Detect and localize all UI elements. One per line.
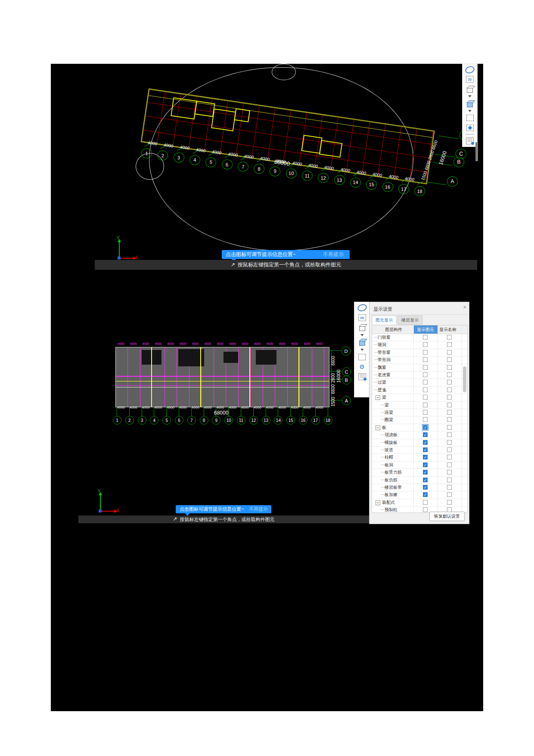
collapse-toggle-icon[interactable] [376, 500, 380, 505]
axis-number-bubble[interactable]: 3 [138, 416, 146, 425]
scrollbar-thumb[interactable] [475, 142, 478, 161]
show-element-checkbox[interactable] [423, 357, 428, 362]
show-name-checkbox[interactable] [447, 387, 452, 392]
show-element-checkbox[interactable] [423, 403, 428, 407]
axis-letter-bubble[interactable]: A [342, 396, 351, 405]
collapse-toggle-icon[interactable] [376, 425, 380, 430]
axis-number-bubble[interactable]: 9 [212, 416, 220, 425]
axis-number-bubble[interactable]: 15 [366, 180, 377, 190]
axis-number-bubble[interactable]: 18 [324, 416, 332, 425]
show-name-checkbox[interactable] [447, 380, 452, 384]
show-name-checkbox[interactable] [447, 478, 452, 482]
axis-number-bubble[interactable]: 18 [414, 186, 425, 196]
selection-box-icon[interactable] [465, 114, 475, 122]
axis-number-bubble[interactable]: 11 [302, 171, 313, 181]
display-settings-doc-icon[interactable] [357, 373, 367, 381]
table-row[interactable]: 现浇板✓ [372, 431, 467, 439]
tooltip-dismiss-link[interactable]: 不再提示 [249, 506, 271, 512]
axis-number-bubble[interactable]: 4 [189, 155, 200, 165]
axis-number-bubble[interactable]: 16 [299, 416, 307, 425]
axis-number-bubble[interactable]: 14 [350, 178, 361, 187]
show-element-checkbox[interactable] [423, 365, 428, 370]
display-settings-doc-icon[interactable] [465, 137, 475, 145]
show-name-checkbox[interactable] [447, 417, 452, 422]
show-name-checkbox[interactable] [447, 372, 452, 377]
cube-solid-icon[interactable] [357, 338, 367, 346]
axis-number-bubble[interactable]: 15 [286, 416, 295, 425]
axis-number-bubble[interactable]: 14 [274, 416, 283, 425]
selection-box-icon[interactable] [357, 353, 367, 361]
axis-number-bubble[interactable]: 16 [382, 182, 393, 192]
table-row[interactable]: 板负筋✓ [372, 476, 467, 484]
show-element-checkbox[interactable] [423, 500, 428, 505]
table-row[interactable]: 老虎窗 [372, 371, 467, 379]
table-row[interactable]: 柱帽✓ [372, 453, 467, 461]
axis-number-bubble[interactable]: 7 [187, 416, 196, 425]
axis-number-bubble[interactable]: 17 [311, 416, 320, 425]
show-name-checkbox[interactable] [447, 485, 452, 490]
2d-view-icon[interactable]: 2D [357, 314, 367, 322]
show-element-checkbox[interactable]: ✓ [423, 462, 428, 467]
show-element-checkbox[interactable]: ✓ [423, 440, 428, 445]
axis-number-bubble[interactable]: 3 [174, 153, 184, 162]
table-row[interactable]: 梁 [372, 394, 467, 401]
table-row[interactable]: 装配式 [372, 499, 467, 506]
axis-number-bubble[interactable]: 5 [205, 157, 216, 167]
table-row[interactable]: 板✓ [372, 424, 467, 431]
axis-letter-bubble[interactable]: B [453, 157, 464, 167]
show-name-checkbox[interactable] [447, 440, 452, 445]
show-element-checkbox[interactable] [423, 380, 428, 384]
table-row[interactable]: 壁龛 [372, 386, 467, 394]
axis-number-bubble[interactable]: 12 [249, 416, 258, 425]
axis-number-bubble[interactable]: 7 [238, 162, 248, 172]
show-name-checkbox[interactable] [447, 500, 452, 505]
show-element-checkbox[interactable] [423, 395, 428, 400]
show-element-checkbox[interactable]: ✓ [423, 455, 428, 459]
cube-wireframe-icon[interactable] [465, 85, 475, 93]
show-element-checkbox[interactable]: ✓ [423, 492, 428, 497]
show-name-checkbox[interactable] [447, 365, 452, 370]
show-element-checkbox[interactable]: ✓ [423, 478, 428, 482]
gear-icon[interactable]: ⚙ [357, 363, 367, 371]
show-element-checkbox[interactable] [423, 410, 428, 415]
axis-number-bubble[interactable]: 10 [224, 416, 233, 425]
show-name-checkbox[interactable] [447, 357, 452, 362]
axis-number-bubble[interactable]: 6 [222, 159, 233, 169]
building-plan-2d[interactable] [115, 347, 329, 407]
show-name-checkbox[interactable] [447, 455, 452, 459]
show-name-checkbox[interactable] [447, 492, 452, 497]
axis-letter-bubble[interactable]: A [447, 176, 458, 187]
show-name-checkbox[interactable] [447, 432, 452, 437]
show-name-checkbox[interactable] [447, 410, 452, 415]
table-row[interactable]: 圈梁 [372, 416, 467, 424]
cube-wireframe-icon[interactable] [357, 324, 367, 331]
axis-number-bubble[interactable]: 4 [150, 416, 158, 425]
reset-defaults-button[interactable]: 恢复默认设置 [429, 512, 465, 521]
axis-number-bubble[interactable]: 17 [398, 184, 409, 194]
show-element-checkbox[interactable]: ✓ [423, 432, 428, 437]
cube-solid-icon[interactable] [465, 100, 475, 108]
axis-number-bubble[interactable]: 8 [200, 416, 208, 425]
table-row[interactable]: 螺旋板✓ [372, 439, 467, 447]
show-element-checkbox[interactable] [423, 387, 428, 392]
show-name-checkbox[interactable] [447, 395, 452, 400]
caret-down-icon[interactable] [357, 348, 367, 351]
tab-floor-display[interactable]: 楼层显示 [397, 316, 422, 325]
table-row[interactable]: 带形洞 [372, 356, 467, 364]
axis-number-bubble[interactable]: 1 [141, 148, 152, 158]
table-row[interactable]: 门联窗 [372, 334, 467, 341]
table-row[interactable]: 楼层板带✓ [372, 484, 467, 491]
caret-down-icon[interactable] [465, 95, 475, 98]
table-row[interactable]: 梁 [372, 401, 467, 409]
tab-element-display[interactable]: 图元显示 [372, 316, 397, 325]
show-element-checkbox[interactable]: ✓ [423, 447, 428, 452]
show-element-checkbox[interactable] [423, 507, 428, 512]
axis-number-bubble[interactable]: 6 [175, 416, 183, 425]
show-element-checkbox[interactable] [423, 417, 428, 422]
table-row[interactable]: 板加腋✓ [372, 491, 467, 499]
show-name-checkbox[interactable] [447, 350, 452, 355]
ellipse-view-icon[interactable] [357, 304, 367, 312]
axis-number-bubble[interactable]: 5 [162, 416, 171, 425]
table-row[interactable]: 连梁 [372, 409, 467, 416]
2d-view-icon[interactable]: 2D [465, 76, 475, 84]
